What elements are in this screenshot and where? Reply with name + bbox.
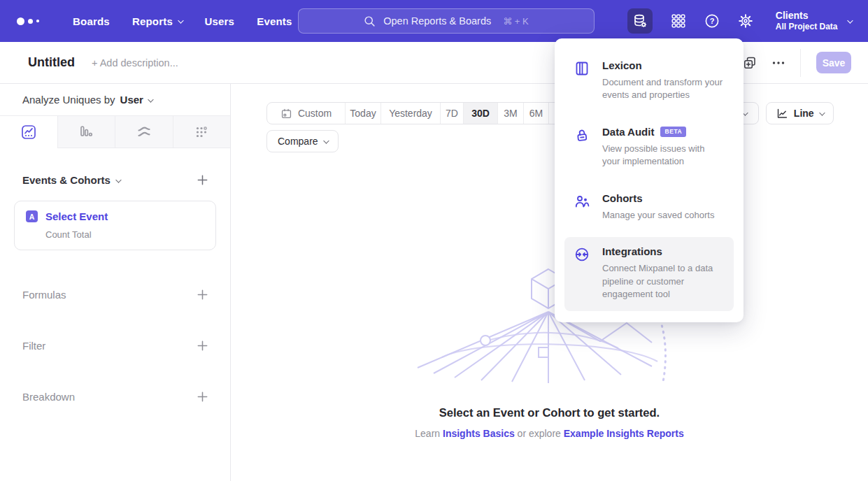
plus-icon (196, 339, 209, 352)
data-management-dropdown: Lexicon Document and transform your even… (555, 38, 744, 322)
header-divider (800, 49, 801, 77)
add-formula-button[interactable] (196, 288, 209, 301)
breakdown-section: Breakdown (0, 390, 230, 403)
search-shortcut: ⌘ + K (503, 16, 529, 27)
analyze-label: Analyze Uniques by (22, 94, 115, 106)
nav-utilities: ? Clients All Project Data (627, 8, 851, 34)
menu-item-integrations[interactable]: Integrations Connect Mixpanel to a data … (564, 237, 734, 310)
empty-state-title: Select an Event or Cohort to get started… (231, 406, 868, 419)
breakdown-label: Breakdown (22, 391, 75, 403)
date-range-6m[interactable]: 6M (523, 103, 548, 124)
bar-chart-tab-icon (78, 124, 94, 141)
duplicate-icon[interactable] (743, 56, 757, 70)
chevron-down-icon (115, 177, 121, 182)
events-cohorts-toggle[interactable]: Events & Cohorts (22, 174, 120, 186)
settings-button[interactable] (738, 8, 753, 34)
report-title[interactable]: Untitled (28, 55, 75, 70)
org-name: Clients (776, 10, 838, 22)
tab-line-chart[interactable] (0, 116, 57, 148)
menu-item-description: Manage your saved cohorts (602, 209, 714, 222)
date-range-30d-selected[interactable]: 30D (463, 103, 497, 124)
menu-item-lexicon[interactable]: Lexicon Document and transform your even… (564, 51, 734, 112)
plus-icon (196, 173, 209, 187)
add-event-button[interactable] (196, 173, 209, 187)
plus-icon (196, 390, 209, 403)
global-search-input[interactable]: Open Reports & Boards ⌘ + K (298, 8, 595, 34)
series-letter-badge: A (26, 210, 38, 222)
menu-item-description: Connect Mixpanel to a data pipeline or c… (602, 262, 724, 301)
analyze-uniques-row: Analyze Uniques by User (0, 84, 230, 116)
query-builder-sidebar: Analyze Uniques by User (0, 84, 231, 481)
menu-item-title: Lexicon (602, 59, 724, 71)
more-menu-icon[interactable] (772, 61, 785, 65)
menu-item-cohorts[interactable]: Cohorts Manage your saved cohorts (564, 184, 734, 231)
nav-item-users[interactable]: Users (204, 15, 234, 27)
add-filter-button[interactable] (196, 339, 209, 352)
date-range-yesterday[interactable]: Yesterday (380, 103, 440, 124)
menu-item-data-audit[interactable]: Data Audit BETA View possible issues wit… (564, 117, 734, 178)
tab-flow-chart[interactable] (115, 116, 173, 148)
gear-icon (738, 13, 753, 29)
events-cohorts-header: Events & Cohorts (0, 173, 230, 187)
search-placeholder: Open Reports & Boards (383, 15, 491, 27)
chevron-down-icon (178, 17, 184, 23)
analyze-value-dropdown[interactable]: User (120, 94, 143, 106)
tab-bar-chart[interactable] (57, 116, 115, 148)
apps-grid-icon (671, 13, 686, 29)
project-switcher[interactable]: Clients All Project Data (776, 10, 851, 33)
database-gear-icon (632, 13, 648, 29)
help-button[interactable]: ? (704, 8, 720, 34)
chevron-down-icon[interactable] (148, 96, 154, 102)
mixpanel-logo[interactable] (17, 17, 46, 25)
tab-metrics-grid[interactable] (173, 116, 231, 148)
calendar-icon (280, 108, 292, 120)
count-type-selector[interactable]: Count Total (45, 229, 204, 240)
data-management-button[interactable] (627, 8, 653, 34)
beta-badge: BETA (660, 127, 686, 137)
report-description-field[interactable]: + Add description... (92, 57, 178, 69)
search-icon (364, 15, 376, 27)
filter-section: Filter (0, 339, 230, 352)
select-event-button[interactable]: Select Event (45, 210, 108, 222)
flow-tab-icon (136, 124, 152, 141)
chevron-down-icon (847, 17, 853, 23)
plus-icon (196, 288, 209, 301)
menu-item-title: Integrations (602, 245, 724, 257)
insights-basics-link[interactable]: Insights Basics (443, 428, 515, 439)
compare-button[interactable]: Compare (266, 130, 339, 152)
save-button[interactable]: Save (816, 52, 851, 73)
metrics-tab-icon (193, 124, 210, 141)
line-chart-tab-icon (20, 124, 37, 141)
integrations-sync-icon (574, 247, 590, 262)
add-breakdown-button[interactable] (196, 390, 209, 403)
empty-state-subtitle: Learn Insights Basics or explore Example… (231, 428, 868, 439)
apps-grid-button[interactable] (671, 8, 686, 34)
event-row-card[interactable]: A Select Event Count Total (14, 201, 216, 250)
date-range-custom[interactable]: Custom (267, 103, 345, 124)
help-icon: ? (704, 13, 720, 29)
menu-item-description: Document and transform your events and p… (602, 76, 724, 102)
primary-nav: Boards Reports Users Events (73, 15, 292, 27)
example-reports-link[interactable]: Example Insights Reports (564, 428, 684, 439)
date-range-7d[interactable]: 7D (440, 103, 463, 124)
nav-item-reports[interactable]: Reports (132, 15, 183, 27)
nav-item-events[interactable]: Events (257, 15, 292, 27)
chart-type-tabs (0, 116, 230, 148)
line-chart-icon (776, 108, 788, 120)
report-actions: Save (743, 49, 851, 77)
nav-item-boards[interactable]: Boards (73, 15, 110, 27)
svg-text:?: ? (709, 17, 714, 25)
top-navigation-bar: Boards Reports Users Events Open Reports… (0, 0, 868, 42)
date-range-3m[interactable]: 3M (497, 103, 523, 124)
formulas-label: Formulas (22, 289, 66, 301)
date-range-today[interactable]: Today (345, 103, 380, 124)
filter-label: Filter (22, 340, 45, 352)
chevron-down-icon (819, 110, 825, 115)
chart-type-button[interactable]: Line (766, 102, 834, 124)
insights-report-page: Boards Reports Users Events Open Reports… (0, 0, 868, 481)
data-audit-lock-icon (574, 127, 590, 143)
lexicon-book-icon (574, 61, 590, 76)
formulas-section: Formulas (0, 288, 230, 301)
menu-item-title: Cohorts (602, 192, 714, 204)
menu-item-title: Data Audit BETA (602, 126, 724, 138)
